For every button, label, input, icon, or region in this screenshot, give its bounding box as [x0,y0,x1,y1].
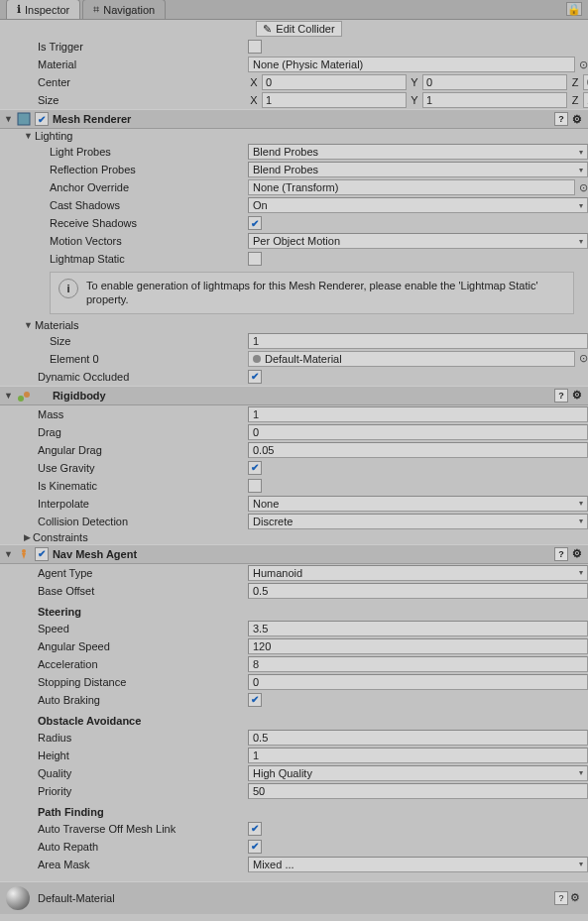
foldout-icon[interactable]: ▼ [24,320,33,330]
reflection-probes-dropdown[interactable]: Blend Probes▾ [248,162,588,177]
tab-inspector[interactable]: ℹ Inspector [6,0,80,19]
stopping-distance-label: Stopping Distance [38,676,248,688]
material-slot[interactable]: None (Physic Material) [248,57,575,72]
angular-drag-input[interactable] [248,442,588,458]
object-picker-icon[interactable]: ⊙ [579,58,588,71]
gear-icon[interactable]: ⚙ [568,890,582,904]
is-trigger-checkbox[interactable] [248,40,262,54]
help-icon[interactable]: ? [554,112,568,126]
anchor-override-label: Anchor Override [50,181,248,193]
size-x-input[interactable] [262,92,407,108]
motion-vectors-dropdown[interactable]: Per Object Motion▾ [248,233,588,249]
help-icon[interactable]: ? [554,389,568,403]
radius-input[interactable] [248,730,588,746]
center-label: Center [38,76,248,88]
priority-input[interactable] [248,783,588,799]
collision-detection-dropdown[interactable]: Discrete▾ [248,514,588,529]
mass-input[interactable] [248,406,588,422]
auto-repath-checkbox[interactable] [248,840,262,854]
rigidbody-title: Rigidbody [53,390,106,402]
receive-shadows-checkbox[interactable] [248,216,262,230]
cast-shadows-label: Cast Shadows [50,199,248,211]
radius-label: Radius [38,732,248,744]
steering-group: Steering [10,600,588,620]
cast-shadows-dropdown[interactable]: On▾ [248,197,588,213]
height-label: Height [38,749,248,761]
nav-agent-enable[interactable] [35,547,49,561]
gear-icon[interactable]: ⚙ [570,389,584,403]
center-y-input[interactable] [422,74,567,90]
material-label: Material [38,58,248,70]
info-icon: ℹ [17,3,21,16]
nav-agent-title: Nav Mesh Agent [53,548,137,560]
foldout-icon[interactable]: ▼ [4,549,13,559]
mesh-renderer-enable[interactable] [35,112,49,126]
interpolate-dropdown[interactable]: None▾ [248,496,588,512]
info-text: To enable generation of lightmaps for th… [86,279,565,307]
angular-drag-label: Angular Drag [38,444,248,456]
svg-point-2 [24,392,30,398]
materials-size-label: Size [50,335,248,347]
edit-icon: ✎ [263,23,272,36]
material-value: None (Physic Material) [253,58,363,70]
use-gravity-checkbox[interactable] [248,461,262,475]
svg-point-3 [22,549,26,553]
z-label: Z [569,76,581,88]
is-kinematic-checkbox[interactable] [248,479,262,493]
center-z-input[interactable] [583,74,588,90]
gear-icon[interactable]: ⚙ [570,547,584,561]
materials-size-input[interactable] [248,333,588,349]
object-picker-icon[interactable]: ⊙ [579,181,588,194]
reflection-probes-label: Reflection Probes [50,164,248,175]
element0-slot[interactable]: Default-Material [248,351,575,367]
drag-input[interactable] [248,424,588,440]
material-preview-icon [6,886,30,910]
size-z-input[interactable] [583,92,588,108]
foldout-icon[interactable]: ▶ [24,532,31,542]
help-icon[interactable]: ? [554,891,568,905]
x-label: X [248,76,260,88]
interpolate-label: Interpolate [38,498,248,510]
foldout-icon[interactable]: ▼ [4,114,13,124]
object-picker-icon[interactable]: ⊙ [579,352,588,365]
chevron-down-icon: ▾ [579,860,583,868]
height-input[interactable] [248,748,588,763]
size-y-input[interactable] [422,92,567,108]
constraints-label: Constraints [33,531,88,543]
quality-label: Quality [38,767,248,779]
light-probes-label: Light Probes [50,146,248,158]
agent-type-dropdown[interactable]: Humanoid▾ [248,565,588,581]
mesh-renderer-title: Mesh Renderer [53,113,131,125]
use-gravity-label: Use Gravity [38,462,248,474]
base-offset-input[interactable] [248,583,588,599]
angular-speed-input[interactable] [248,638,588,654]
help-icon[interactable]: ? [554,547,568,561]
lightmap-static-checkbox[interactable] [248,252,262,266]
light-probes-dropdown[interactable]: Blend Probes▾ [248,144,588,160]
stopping-distance-input[interactable] [248,674,588,690]
nav-agent-icon [17,547,31,561]
angular-speed-label: Angular Speed [38,640,248,652]
tab-label: Navigation [103,4,155,16]
tab-navigation[interactable]: ⌗ Navigation [82,0,166,19]
material-dot-icon [253,355,261,363]
center-x-input[interactable] [262,74,407,90]
edit-collider-button[interactable]: ✎ Edit Collider [256,21,341,37]
element0-label: Element 0 [50,353,248,365]
foldout-icon[interactable]: ▼ [4,391,13,401]
foldout-icon[interactable]: ▼ [24,131,33,141]
is-trigger-label: Is Trigger [38,41,248,53]
acceleration-input[interactable] [248,656,588,672]
dynamic-occluded-checkbox[interactable] [248,370,262,384]
lock-button[interactable]: 🔒 [566,2,582,16]
quality-dropdown[interactable]: High Quality▾ [248,765,588,781]
speed-input[interactable] [248,621,588,636]
gear-icon[interactable]: ⚙ [570,112,584,126]
auto-traverse-checkbox[interactable] [248,822,262,836]
auto-braking-checkbox[interactable] [248,693,262,707]
auto-repath-label: Auto Repath [38,841,248,853]
anchor-override-slot[interactable]: None (Transform) [248,179,575,195]
info-icon: i [59,279,78,298]
base-offset-label: Base Offset [38,585,248,597]
area-mask-dropdown[interactable]: Mixed ...▾ [248,857,588,872]
